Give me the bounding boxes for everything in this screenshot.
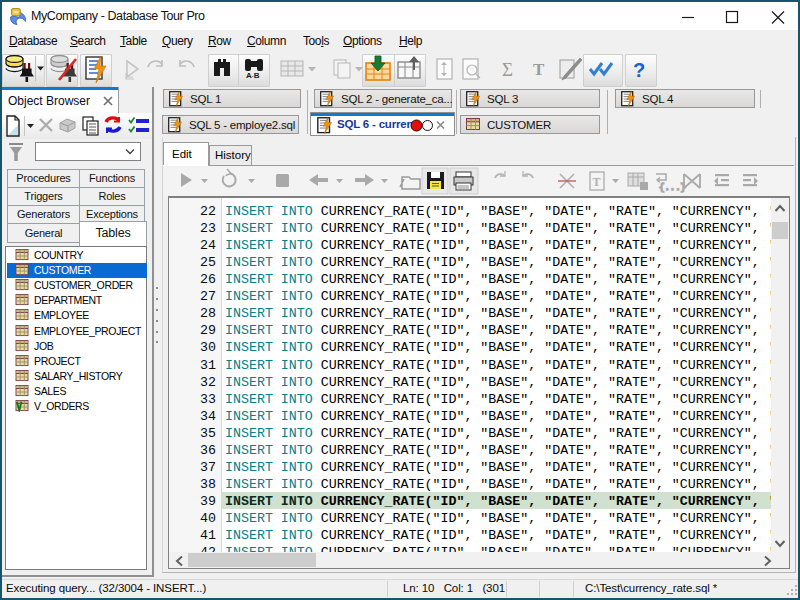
svg-text:A·B: A·B (246, 71, 260, 80)
svg-text:{...}: {...} (659, 183, 686, 193)
svg-text:?: ? (633, 59, 645, 81)
svg-text:T: T (533, 60, 545, 79)
svg-text:Σ: Σ (502, 59, 513, 80)
svg-text:T: T (593, 175, 601, 189)
